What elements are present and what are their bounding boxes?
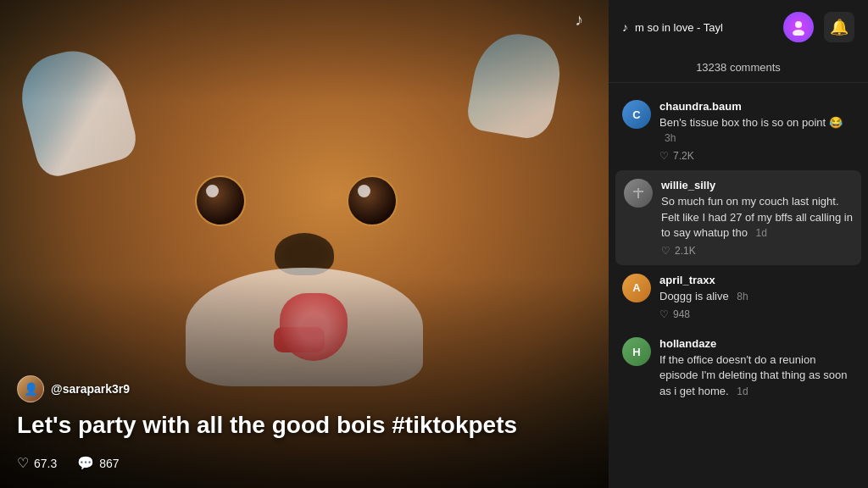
notification-bell-button[interactable]: 🔔 [824, 12, 854, 42]
song-title: m so in love - Tayl [635, 21, 723, 34]
dog-eye-left [195, 175, 246, 226]
comment-body: april_traxx Doggg is alive 8h ♡ 948 [659, 274, 854, 320]
video-caption: Let's party with all the good bois #tikt… [17, 411, 592, 440]
comment-text: So much fun on my couch last night. Felt… [661, 194, 853, 241]
comments-panel: ♪ m so in love - Tayl 🔔 13238 comments C… [609, 0, 868, 488]
creator-avatar[interactable]: 👤 [17, 375, 44, 402]
comment-body: hollandaze If the office doesn't do a re… [659, 337, 854, 399]
like-icon: ♡ [17, 455, 29, 471]
comment-item[interactable]: C chaundra.baum Ben's tissue box tho is … [609, 92, 868, 170]
avatar-silhouette [630, 185, 647, 202]
song-bar[interactable]: ♪ m so in love - Tayl [622, 20, 773, 34]
comment-item[interactable]: H hollandaze If the office doesn't do a … [609, 329, 868, 408]
comment-timestamp: 8h [737, 291, 748, 302]
video-top-overlay [0, 0, 609, 102]
avatar-icon [790, 19, 807, 36]
floating-music-note: ♪ [575, 10, 583, 30]
comment-like-icon[interactable]: ♡ [659, 308, 669, 320]
video-panel: ♪ 👤 @sarapark3r9 Let's party with all th… [0, 0, 609, 488]
comment-action[interactable]: 💬 867 [77, 455, 119, 471]
comment-item[interactable]: willie_silly So much fun on my couch las… [615, 170, 861, 265]
commenter-avatar [624, 179, 653, 208]
comment-text: If the office doesn't do a reunion episo… [659, 352, 854, 399]
music-note-icon: ♪ [622, 20, 628, 34]
commenter-username: hollandaze [659, 337, 854, 350]
commenter-avatar: C [622, 100, 651, 129]
comment-timestamp: 1d [756, 227, 767, 239]
commenter-username: willie_silly [661, 179, 853, 191]
comment-text: Ben's tissue box tho is so on point 😂 3h [659, 115, 854, 146]
comment-timestamp: 1d [737, 385, 748, 397]
comment-like-count: 948 [673, 308, 690, 320]
comment-text: Doggg is alive 8h [659, 289, 854, 304]
like-count: 67.3 [34, 457, 57, 470]
creator-username: @sarapark3r9 [51, 382, 130, 396]
comment-icon: 💬 [77, 455, 94, 471]
commenter-username: april_traxx [659, 274, 854, 286]
comments-count-label: 13238 comments [609, 54, 868, 83]
comment-like-icon[interactable]: ♡ [661, 245, 670, 257]
comment-like-icon[interactable]: ♡ [659, 150, 669, 162]
comment-count: 867 [99, 457, 119, 470]
user-avatar-circle[interactable] [783, 12, 814, 42]
comment-footer: ♡ 7.2K [659, 150, 854, 162]
comment-footer: ♡ 948 [659, 308, 854, 320]
comment-timestamp: 3h [665, 132, 676, 144]
svg-point-0 [795, 21, 802, 28]
comments-list: C chaundra.baum Ben's tissue box tho is … [609, 83, 868, 488]
comment-item[interactable]: A april_traxx Doggg is alive 8h ♡ 948 [609, 265, 868, 329]
video-actions: ♡ 67.3 💬 867 [17, 455, 592, 471]
bell-icon: 🔔 [830, 18, 849, 36]
top-bar: ♪ m so in love - Tayl 🔔 [609, 0, 868, 54]
svg-point-1 [793, 30, 804, 36]
commenter-username: chaundra.baum [659, 100, 854, 113]
user-row[interactable]: 👤 @sarapark3r9 [17, 375, 592, 402]
comment-body: willie_silly So much fun on my couch las… [661, 179, 853, 257]
commenter-avatar: A [622, 274, 651, 302]
dog-eye-right [347, 175, 398, 226]
comment-body: chaundra.baum Ben's tissue box tho is so… [659, 100, 854, 162]
comment-like-count: 7.2K [673, 150, 694, 162]
commenter-avatar: H [622, 337, 651, 366]
video-info-overlay: 👤 @sarapark3r9 Let's party with all the … [0, 358, 609, 488]
comment-like-count: 2.1K [675, 245, 696, 257]
comment-footer: ♡ 2.1K [661, 245, 853, 257]
like-action[interactable]: ♡ 67.3 [17, 455, 57, 471]
